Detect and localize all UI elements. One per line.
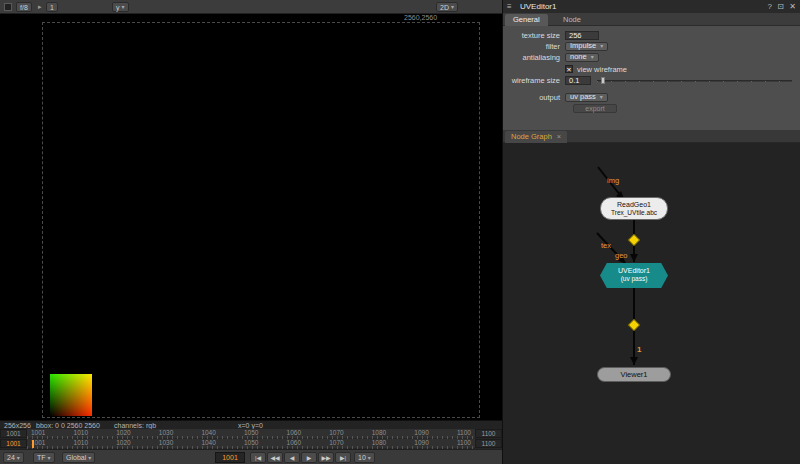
goto-start-button[interactable]: |◀	[250, 452, 266, 463]
node-readgeo1[interactable]: ReadGeo1 Trex_UVtile.abc	[600, 197, 668, 220]
texture-size-row: texture size 256	[503, 30, 800, 40]
play-backward-button[interactable]: ◀	[284, 452, 300, 463]
timeline-tick-label: 1040	[201, 429, 215, 436]
export-button[interactable]: export	[573, 104, 617, 113]
chevron-down-icon: ▾	[451, 3, 454, 12]
timeline-tick-label: 1080	[372, 429, 386, 436]
filter-select[interactable]: Impulse ▾	[565, 42, 608, 51]
gain-label[interactable]: f/8	[16, 2, 32, 12]
resolution-label: 2560,2560	[404, 14, 437, 21]
view-wireframe-checkbox[interactable]: ✕	[565, 65, 573, 73]
timeline-tick-label: 1010	[74, 439, 88, 446]
slider-track[interactable]	[597, 80, 792, 82]
playback-start-value[interactable]: 1001	[0, 439, 27, 448]
timeline-tick-label: 1030	[159, 429, 173, 436]
transport-buttons: |◀◀◀◀▶▶▶▶|	[250, 452, 351, 463]
node-graph-canvas[interactable]: img ReadGeo1 Trex_UVtile.abc tex geo UVE…	[503, 143, 800, 464]
close-icon[interactable]: ✕	[789, 2, 796, 11]
timeline-tick-label: 1060	[287, 439, 301, 446]
timeline-tick-label: 1040	[201, 439, 215, 446]
chevron-down-icon: ▾	[48, 453, 51, 463]
diamond-marker	[628, 234, 639, 245]
texture-size-label: texture size	[503, 31, 565, 40]
geo-input-label: geo	[615, 251, 628, 260]
timeline-tick-label: 1060	[287, 429, 301, 436]
antialiasing-select[interactable]: none ▾	[565, 53, 599, 62]
timeline-tick-label: 1050	[244, 429, 258, 436]
frame-ruler[interactable]: 1001101010201030104010501060107010801090…	[27, 429, 475, 439]
viewer-settings-icon[interactable]	[4, 3, 12, 11]
playhead-marker[interactable]	[32, 440, 34, 448]
fps-select[interactable]: 24 ▾	[3, 452, 24, 463]
frame-increment-select[interactable]: 10 ▾	[354, 452, 375, 463]
gain-value[interactable]: 1	[46, 2, 58, 12]
timeline-tick-label: 1100	[457, 429, 471, 436]
timeline-tick-label: 1050	[244, 439, 258, 446]
fps-value: 24	[7, 453, 15, 463]
tab-general[interactable]: General	[505, 14, 548, 26]
wireframe-size-field[interactable]: 0.1	[565, 76, 591, 85]
frame-ruler[interactable]: 1001101010201030104010501060107010801090…	[27, 439, 475, 449]
timeline-tick-label: 1070	[329, 429, 343, 436]
viewer-panel: f/8 ▸ 1 y ▾ 2D ▾ 2560,2560 256x256 bbox:…	[0, 0, 502, 464]
viewer-toolbar: f/8 ▸ 1 y ▾ 2D ▾	[0, 0, 502, 14]
filter-label: filter	[503, 42, 565, 51]
timeline-tick-label: 1090	[414, 439, 428, 446]
node-uveditor1[interactable]: UVEditor1 (uv pass)	[600, 263, 668, 288]
chevron-down-icon: ▾	[368, 453, 371, 463]
chevron-down-icon: ▾	[88, 453, 91, 463]
wireframe-size-label: wireframe size	[503, 76, 565, 85]
viewer-canvas[interactable]: 2560,2560	[0, 14, 502, 420]
right-panel: ≡ UVEditor1 ? ⊡ ✕ General Node texture s…	[503, 0, 800, 464]
output-select[interactable]: uv pass ▾	[565, 93, 608, 102]
timeline-tick-label: 1090	[414, 429, 428, 436]
slider-handle[interactable]	[601, 77, 605, 84]
timeline-tick-label: 1080	[372, 439, 386, 446]
antialiasing-row: antialiasing none ▾	[503, 52, 800, 62]
tab-node-graph[interactable]: Node Graph ×	[505, 131, 567, 143]
node-title: UVEditor1	[600, 267, 668, 275]
output-row: output uv pass ▾	[503, 92, 800, 102]
antialiasing-value: none	[570, 53, 587, 61]
range-end-value[interactable]: 1100	[475, 429, 502, 438]
tab-close-icon[interactable]: ×	[557, 131, 561, 143]
float-panel-icon[interactable]: ⊡	[777, 2, 784, 11]
goto-end-button[interactable]: ▶|	[335, 452, 351, 463]
node-viewer1[interactable]: Viewer1	[597, 367, 671, 382]
timeline-tick-label: 1020	[116, 439, 130, 446]
playback-end-value[interactable]: 1100	[475, 439, 502, 448]
channel-value: y	[116, 3, 120, 12]
channel-select[interactable]: y ▾	[112, 2, 129, 12]
node-title: Viewer1	[621, 370, 648, 379]
frame-increment-value: 10	[358, 453, 366, 463]
properties-titlebar: ≡ UVEditor1 ? ⊡ ✕	[503, 0, 800, 13]
format-boundary	[42, 22, 480, 418]
menu-icon[interactable]: ≡	[507, 2, 512, 11]
timeline-row-global: 1001 10011010102010301040105010601070108…	[0, 439, 502, 449]
filter-row: filter Impulse ▾	[503, 41, 800, 51]
img-input-label: img	[607, 176, 619, 185]
range-start-value[interactable]: 1001	[0, 429, 27, 438]
tab-node[interactable]: Node	[555, 14, 589, 26]
help-icon[interactable]: ?	[768, 2, 772, 11]
view-mode-value: 2D	[440, 3, 449, 12]
chevron-down-icon: ▾	[591, 53, 594, 61]
filter-value: Impulse	[570, 42, 596, 50]
texture-size-field[interactable]: 256	[565, 31, 599, 40]
gain-arrow-icon[interactable]: ▸	[38, 3, 42, 11]
properties-node-title: UVEditor1	[520, 2, 556, 11]
output-value: uv pass	[570, 93, 596, 101]
range-mode-select[interactable]: Global ▾	[62, 452, 95, 463]
wireframe-size-slider[interactable]	[597, 77, 792, 84]
current-frame-field[interactable]: 1001	[215, 452, 245, 463]
prev-frame-button[interactable]: ◀◀	[267, 452, 283, 463]
tf-select[interactable]: TF ▾	[33, 452, 55, 463]
next-frame-button[interactable]: ▶▶	[318, 452, 334, 463]
export-row: export	[503, 104, 800, 114]
view-mode-select[interactable]: 2D ▾	[436, 2, 458, 12]
range-mode-value: Global	[66, 453, 86, 463]
chevron-down-icon: ▾	[17, 453, 20, 463]
timeline-tick-label: 1070	[329, 439, 343, 446]
wireframe-size-row: wireframe size 0.1	[503, 75, 800, 85]
play-forward-button[interactable]: ▶	[301, 452, 317, 463]
